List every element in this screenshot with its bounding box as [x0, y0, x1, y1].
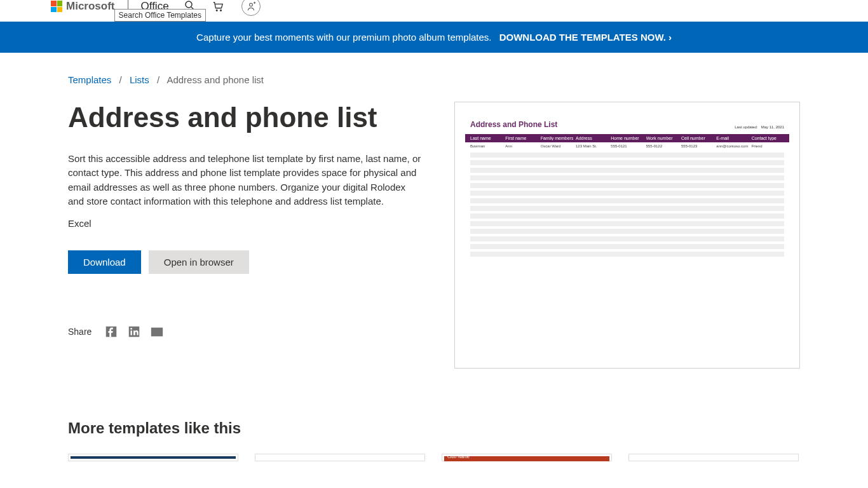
- breadcrumb-current: Address and phone list: [166, 74, 264, 85]
- page-description: Sort this accessible address and telepho…: [68, 152, 424, 209]
- preview-data-row: BowmanAnnOscar Ward123 Main St.555-01215…: [465, 142, 789, 150]
- svg-point-4: [249, 3, 252, 6]
- breadcrumb: Templates / Lists / Address and phone li…: [68, 74, 800, 85]
- svg-rect-7: [131, 330, 132, 335]
- preview-updated: Last updated: May 11, 2021: [735, 125, 784, 129]
- svg-point-0: [186, 1, 192, 8]
- preview-title: Address and Phone List: [470, 120, 557, 129]
- template-card[interactable]: [628, 454, 799, 461]
- page-title: Address and phone list: [68, 102, 424, 134]
- facebook-icon[interactable]: [104, 325, 118, 339]
- promo-banner: Capture your best moments with our premi…: [0, 22, 868, 53]
- svg-point-2: [216, 10, 217, 11]
- preview-header-row: Last nameFirst nameFamily membersAddress…: [465, 134, 789, 142]
- open-in-browser-button[interactable]: Open in browser: [149, 250, 249, 274]
- template-card[interactable]: Club Name: [442, 454, 612, 461]
- banner-text: Capture your best moments with our premi…: [196, 32, 491, 43]
- app-label: Excel: [68, 218, 424, 229]
- template-card[interactable]: [255, 454, 425, 461]
- banner-cta[interactable]: DOWNLOAD THE TEMPLATES NOW.›: [499, 32, 672, 43]
- cart-icon[interactable]: [212, 1, 224, 12]
- svg-point-8: [131, 328, 133, 330]
- linkedin-icon[interactable]: [127, 325, 141, 339]
- template-card[interactable]: [68, 454, 238, 461]
- brand-text: Microsoft: [66, 0, 115, 13]
- user-icon[interactable]: [241, 0, 261, 16]
- download-button[interactable]: Download: [68, 250, 141, 274]
- breadcrumb-templates[interactable]: Templates: [68, 74, 111, 85]
- mail-icon[interactable]: [150, 325, 164, 339]
- chevron-right-icon: ›: [668, 32, 672, 43]
- search-tooltip: Search Office Templates: [114, 9, 206, 22]
- share-label: Share: [68, 327, 92, 337]
- template-preview: Address and Phone List Last updated: May…: [454, 102, 800, 369]
- more-heading: More templates like this: [68, 419, 800, 437]
- microsoft-squares-icon: [51, 1, 62, 12]
- breadcrumb-lists[interactable]: Lists: [130, 74, 149, 85]
- microsoft-logo[interactable]: Microsoft: [51, 0, 115, 13]
- svg-point-3: [220, 10, 221, 11]
